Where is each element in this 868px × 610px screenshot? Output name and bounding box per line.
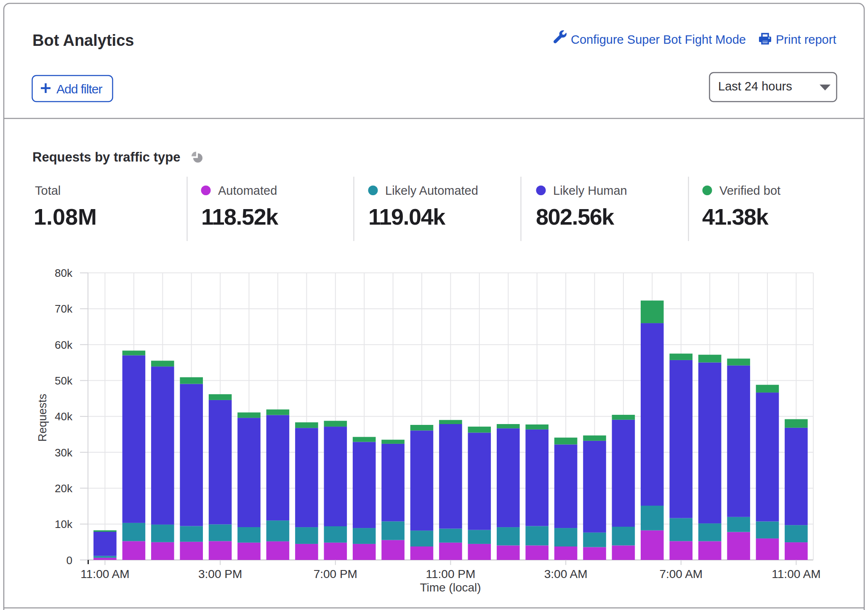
svg-text:Bot Analytics: Bot Analytics (32, 32, 134, 49)
svg-text:Last 24 hours: Last 24 hours (718, 80, 792, 93)
svg-text:Verified bot: Verified bot (719, 184, 780, 197)
svg-text:Requests by traffic type: Requests by traffic type (32, 150, 180, 164)
svg-text:118.52k: 118.52k (201, 204, 279, 229)
svg-text:119.04k: 119.04k (368, 204, 446, 229)
svg-text:41.38k: 41.38k (702, 204, 769, 229)
svg-text:802.56k: 802.56k (536, 204, 615, 229)
svg-text:40k: 40k (55, 410, 73, 423)
svg-text:30k: 30k (55, 446, 73, 459)
svg-text:7:00 PM: 7:00 PM (314, 568, 357, 581)
svg-text:11:00 AM: 11:00 AM (772, 568, 820, 581)
svg-text:3:00 AM: 3:00 AM (544, 568, 588, 581)
svg-text:80k: 80k (55, 267, 73, 279)
svg-text:60k: 60k (55, 339, 73, 351)
svg-text:20k: 20k (55, 482, 73, 495)
svg-text:0: 0 (67, 554, 72, 567)
svg-text:Likely Human: Likely Human (553, 184, 627, 197)
svg-text:Requests: Requests (36, 394, 49, 442)
svg-text:7:00 AM: 7:00 AM (659, 568, 703, 581)
svg-text:Configure Super Bot Fight Mode: Configure Super Bot Fight Mode (571, 33, 746, 46)
svg-text:Time (local): Time (local) (420, 581, 481, 594)
svg-text:Total: Total (35, 184, 61, 197)
svg-text:11:00 AM: 11:00 AM (80, 568, 129, 581)
svg-text:Likely Automated: Likely Automated (385, 184, 478, 197)
svg-text:Print report: Print report (776, 33, 836, 46)
svg-text:1.08M: 1.08M (34, 204, 97, 229)
svg-text:11:00 PM: 11:00 PM (426, 568, 476, 581)
svg-text:70k: 70k (55, 302, 73, 315)
svg-text:Add filter: Add filter (56, 82, 102, 96)
svg-text:50k: 50k (55, 374, 73, 387)
svg-text:Automated: Automated (218, 184, 277, 197)
svg-text:3:00 PM: 3:00 PM (198, 568, 242, 581)
svg-text:10k: 10k (55, 518, 73, 530)
